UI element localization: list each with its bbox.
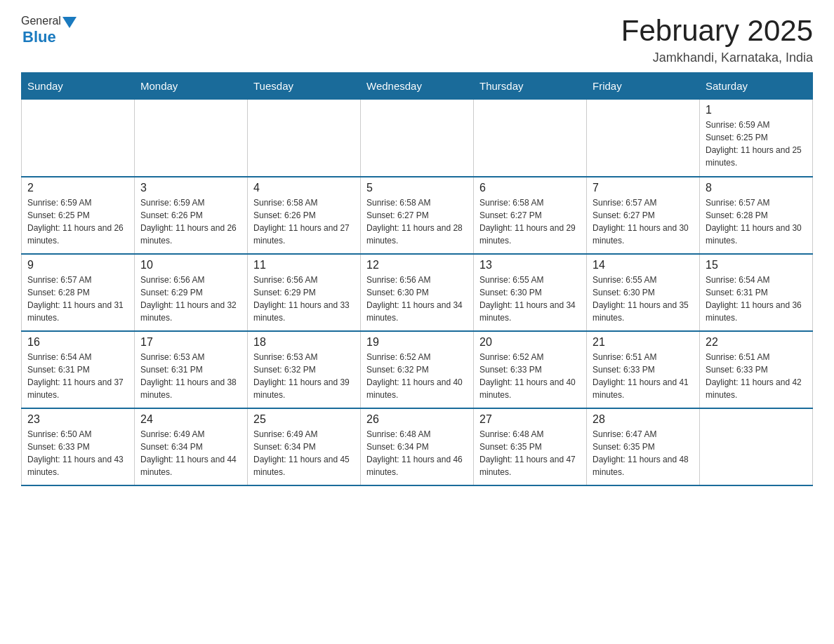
calendar-cell: 20Sunrise: 6:52 AM Sunset: 6:33 PM Dayli… (474, 331, 587, 408)
day-info: Sunrise: 6:54 AM Sunset: 6:31 PM Dayligh… (706, 274, 807, 324)
calendar-cell: 26Sunrise: 6:48 AM Sunset: 6:34 PM Dayli… (361, 408, 474, 485)
day-header-wednesday: Wednesday (361, 73, 474, 100)
day-info: Sunrise: 6:57 AM Sunset: 6:28 PM Dayligh… (27, 274, 128, 324)
day-number: 17 (140, 336, 241, 349)
day-info: Sunrise: 6:56 AM Sunset: 6:29 PM Dayligh… (140, 274, 241, 324)
day-info: Sunrise: 6:48 AM Sunset: 6:35 PM Dayligh… (479, 428, 581, 478)
calendar-cell: 18Sunrise: 6:53 AM Sunset: 6:32 PM Dayli… (248, 331, 361, 408)
day-header-saturday: Saturday (700, 73, 813, 100)
day-number: 11 (253, 259, 355, 271)
calendar-week-0: 1Sunrise: 6:59 AM Sunset: 6:25 PM Daylig… (22, 100, 813, 177)
calendar-cell: 16Sunrise: 6:54 AM Sunset: 6:31 PM Dayli… (22, 331, 135, 408)
calendar-week-4: 23Sunrise: 6:50 AM Sunset: 6:33 PM Dayli… (22, 408, 813, 485)
calendar-table: SundayMondayTuesdayWednesdayThursdayFrid… (21, 72, 813, 486)
day-number: 8 (706, 182, 807, 194)
calendar-week-2: 9Sunrise: 6:57 AM Sunset: 6:28 PM Daylig… (22, 254, 813, 331)
calendar-week-1: 2Sunrise: 6:59 AM Sunset: 6:25 PM Daylig… (22, 177, 813, 254)
calendar-cell: 22Sunrise: 6:51 AM Sunset: 6:33 PM Dayli… (700, 331, 813, 408)
day-number: 9 (27, 259, 128, 271)
day-number: 5 (366, 182, 468, 194)
day-number: 13 (479, 259, 581, 271)
logo-row1: General (21, 14, 78, 28)
day-header-thursday: Thursday (474, 73, 587, 100)
month-title: February 2025 (621, 14, 813, 48)
calendar-cell (248, 100, 361, 177)
day-number: 23 (27, 413, 128, 426)
day-number: 10 (140, 259, 241, 271)
day-number: 26 (366, 413, 468, 426)
calendar-cell: 13Sunrise: 6:55 AM Sunset: 6:30 PM Dayli… (474, 254, 587, 331)
day-number: 22 (706, 336, 807, 349)
day-info: Sunrise: 6:49 AM Sunset: 6:34 PM Dayligh… (253, 428, 355, 478)
day-info: Sunrise: 6:59 AM Sunset: 6:25 PM Dayligh… (706, 119, 807, 169)
calendar-cell: 10Sunrise: 6:56 AM Sunset: 6:29 PM Dayli… (135, 254, 248, 331)
day-info: Sunrise: 6:58 AM Sunset: 6:27 PM Dayligh… (366, 196, 468, 247)
day-info: Sunrise: 6:59 AM Sunset: 6:26 PM Dayligh… (140, 196, 241, 247)
calendar-cell: 8Sunrise: 6:57 AM Sunset: 6:28 PM Daylig… (700, 177, 813, 254)
calendar-cell: 19Sunrise: 6:52 AM Sunset: 6:32 PM Dayli… (361, 331, 474, 408)
calendar-cell (361, 100, 474, 177)
calendar-cell (700, 408, 813, 485)
day-info: Sunrise: 6:54 AM Sunset: 6:31 PM Dayligh… (27, 351, 128, 401)
day-info: Sunrise: 6:50 AM Sunset: 6:33 PM Dayligh… (27, 428, 128, 478)
title-section: February 2025 Jamkhandi, Karnataka, Indi… (621, 14, 813, 65)
day-header-tuesday: Tuesday (248, 73, 361, 100)
day-number: 2 (27, 182, 128, 194)
day-info: Sunrise: 6:51 AM Sunset: 6:33 PM Dayligh… (706, 351, 807, 401)
calendar-cell: 24Sunrise: 6:49 AM Sunset: 6:34 PM Dayli… (135, 408, 248, 485)
calendar-cell: 27Sunrise: 6:48 AM Sunset: 6:35 PM Dayli… (474, 408, 587, 485)
day-header-monday: Monday (135, 73, 248, 100)
day-info: Sunrise: 6:55 AM Sunset: 6:30 PM Dayligh… (593, 274, 694, 324)
day-number: 18 (253, 336, 355, 349)
day-number: 7 (593, 182, 694, 194)
day-info: Sunrise: 6:53 AM Sunset: 6:31 PM Dayligh… (140, 351, 241, 401)
day-info: Sunrise: 6:59 AM Sunset: 6:25 PM Dayligh… (27, 196, 128, 247)
day-header-friday: Friday (587, 73, 700, 100)
day-info: Sunrise: 6:48 AM Sunset: 6:34 PM Dayligh… (366, 428, 468, 478)
day-number: 16 (27, 336, 128, 349)
day-number: 20 (479, 336, 581, 349)
day-info: Sunrise: 6:52 AM Sunset: 6:33 PM Dayligh… (479, 351, 581, 401)
calendar-cell: 28Sunrise: 6:47 AM Sunset: 6:35 PM Dayli… (587, 408, 700, 485)
day-number: 28 (593, 413, 694, 426)
day-number: 24 (140, 413, 241, 426)
calendar-cell: 4Sunrise: 6:58 AM Sunset: 6:26 PM Daylig… (248, 177, 361, 254)
logo-blue-text: Blue (22, 28, 56, 46)
day-info: Sunrise: 6:56 AM Sunset: 6:30 PM Dayligh… (366, 274, 468, 324)
calendar-cell (135, 100, 248, 177)
day-number: 19 (366, 336, 468, 349)
logo-general-text: General (21, 15, 61, 27)
day-number: 25 (253, 413, 355, 426)
calendar-cell: 23Sunrise: 6:50 AM Sunset: 6:33 PM Dayli… (22, 408, 135, 485)
calendar-cell (474, 100, 587, 177)
calendar-week-3: 16Sunrise: 6:54 AM Sunset: 6:31 PM Dayli… (22, 331, 813, 408)
calendar-header: SundayMondayTuesdayWednesdayThursdayFrid… (22, 73, 813, 100)
day-info: Sunrise: 6:58 AM Sunset: 6:26 PM Dayligh… (253, 196, 355, 247)
calendar-cell: 14Sunrise: 6:55 AM Sunset: 6:30 PM Dayli… (587, 254, 700, 331)
day-info: Sunrise: 6:56 AM Sunset: 6:29 PM Dayligh… (253, 274, 355, 324)
day-info: Sunrise: 6:57 AM Sunset: 6:27 PM Dayligh… (593, 196, 694, 247)
calendar-cell: 25Sunrise: 6:49 AM Sunset: 6:34 PM Dayli… (248, 408, 361, 485)
day-info: Sunrise: 6:55 AM Sunset: 6:30 PM Dayligh… (479, 274, 581, 324)
logo-arrow-icon (62, 17, 77, 28)
day-number: 6 (479, 182, 581, 194)
day-info: Sunrise: 6:58 AM Sunset: 6:27 PM Dayligh… (479, 196, 581, 247)
calendar-cell: 12Sunrise: 6:56 AM Sunset: 6:30 PM Dayli… (361, 254, 474, 331)
day-number: 3 (140, 182, 241, 194)
day-number: 15 (706, 259, 807, 271)
location-text: Jamkhandi, Karnataka, India (621, 51, 813, 65)
day-info: Sunrise: 6:47 AM Sunset: 6:35 PM Dayligh… (593, 428, 694, 478)
day-number: 21 (593, 336, 694, 349)
calendar-cell: 15Sunrise: 6:54 AM Sunset: 6:31 PM Dayli… (700, 254, 813, 331)
day-info: Sunrise: 6:52 AM Sunset: 6:32 PM Dayligh… (366, 351, 468, 401)
day-info: Sunrise: 6:51 AM Sunset: 6:33 PM Dayligh… (593, 351, 694, 401)
calendar-cell: 21Sunrise: 6:51 AM Sunset: 6:33 PM Dayli… (587, 331, 700, 408)
day-number: 1 (706, 104, 807, 116)
day-number: 14 (593, 259, 694, 271)
calendar-cell: 9Sunrise: 6:57 AM Sunset: 6:28 PM Daylig… (22, 254, 135, 331)
calendar-cell: 17Sunrise: 6:53 AM Sunset: 6:31 PM Dayli… (135, 331, 248, 408)
calendar-cell: 3Sunrise: 6:59 AM Sunset: 6:26 PM Daylig… (135, 177, 248, 254)
calendar-cell: 11Sunrise: 6:56 AM Sunset: 6:29 PM Dayli… (248, 254, 361, 331)
day-info: Sunrise: 6:57 AM Sunset: 6:28 PM Dayligh… (706, 196, 807, 247)
day-number: 4 (253, 182, 355, 194)
